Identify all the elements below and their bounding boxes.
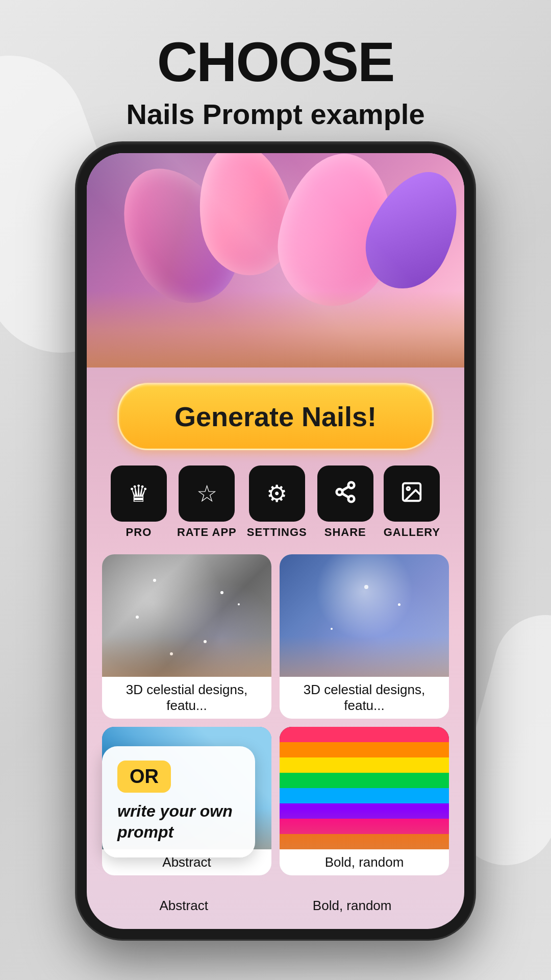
gallery-icon-box[interactable] [384, 465, 440, 522]
toolbar-item-settings[interactable]: ⚙ SETTINGS [247, 465, 307, 539]
gallery-label-2: 3D celestial designs, featu... [280, 677, 449, 719]
gallery-label-1: 3D celestial designs, featu... [102, 677, 271, 719]
svg-line-4 [342, 486, 348, 491]
pro-icon-box[interactable]: ♛ [111, 465, 167, 522]
rate-app-icon-box[interactable]: ☆ [179, 465, 235, 522]
svg-line-3 [342, 493, 348, 497]
or-badge: OR [117, 761, 171, 793]
phone-shell: Generate Nails! ♛ PRO ☆ RATE APP [77, 143, 474, 939]
phone-screen: Generate Nails! ♛ PRO ☆ RATE APP [87, 153, 464, 929]
share-label: SHARE [324, 526, 366, 539]
skin-overlay-2 [280, 636, 449, 677]
skin-overlay-4 [280, 808, 449, 849]
share-icon-box[interactable] [317, 465, 373, 522]
share-icon [334, 480, 357, 507]
or-prompt-text: write your own prompt [117, 801, 240, 843]
settings-icon-box[interactable]: ⚙ [249, 465, 305, 522]
toolbar-item-rate-app[interactable]: ☆ RATE APP [177, 465, 237, 539]
nail-hand [87, 291, 464, 368]
gallery-item-4[interactable]: Bold, random [280, 727, 449, 875]
generate-nails-button[interactable]: Generate Nails! [117, 383, 434, 450]
rate-app-label: RATE APP [177, 526, 237, 539]
toolbar-item-pro[interactable]: ♛ PRO [111, 465, 167, 539]
generate-button-container: Generate Nails! [87, 368, 464, 460]
gallery-item-1[interactable]: 3D celestial designs, featu... [102, 554, 271, 719]
star-icon: ☆ [196, 482, 217, 505]
settings-label: SETTINGS [247, 526, 307, 539]
nail-hero-image [87, 153, 464, 368]
gallery-thumb-4 [280, 727, 449, 849]
svg-point-6 [407, 487, 410, 490]
gallery-thumb-1 [102, 554, 271, 677]
toolbar: ♛ PRO ☆ RATE APP ⚙ SETTINGS [87, 460, 464, 549]
page-subtitle: Nails Prompt example [20, 97, 531, 131]
crown-icon: ♛ [128, 482, 149, 505]
bottom-label-right: Bold, random [313, 898, 392, 914]
gear-icon: ⚙ [266, 482, 287, 505]
gallery-label: GALLERY [384, 526, 440, 539]
page-title: CHOOSE [20, 31, 531, 92]
pro-label: PRO [126, 526, 152, 539]
toolbar-item-share[interactable]: SHARE [317, 465, 373, 539]
toolbar-item-gallery[interactable]: GALLERY [384, 465, 440, 539]
gallery-thumb-2 [280, 554, 449, 677]
bottom-label-left: Abstract [159, 898, 208, 914]
skin-overlay-1 [102, 636, 271, 677]
bottom-labels: Abstract Bold, random [87, 898, 464, 914]
phone-mockup: Generate Nails! ♛ PRO ☆ RATE APP [77, 143, 474, 939]
gallery-icon [400, 480, 423, 507]
or-prompt-box: OR write your own prompt [102, 746, 255, 857]
gallery-label-4: Bold, random [280, 849, 449, 875]
gallery-item-2[interactable]: 3D celestial designs, featu... [280, 554, 449, 719]
